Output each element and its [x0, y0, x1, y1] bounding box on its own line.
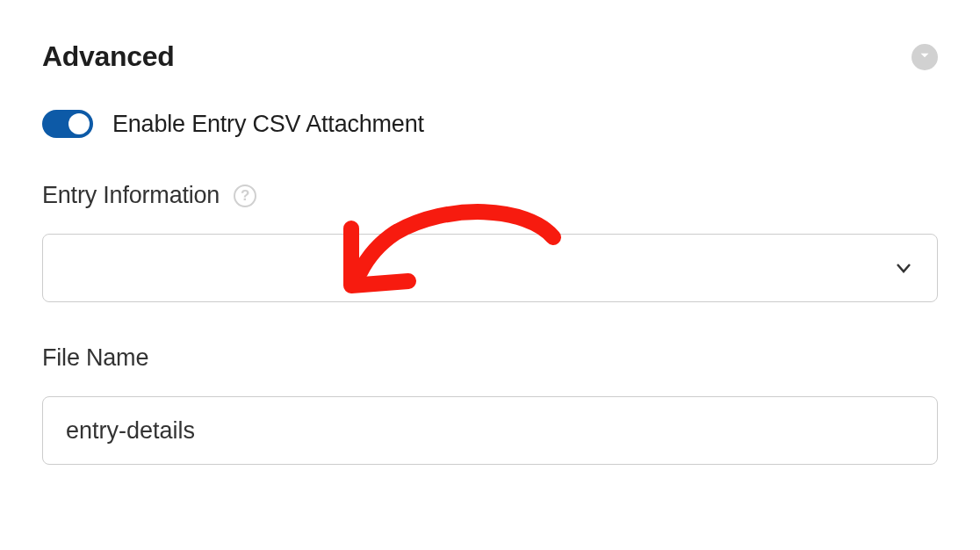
collapse-toggle-button[interactable] — [912, 44, 938, 70]
entry-information-select[interactable] — [42, 234, 938, 302]
file-name-input[interactable] — [42, 396, 938, 465]
file-name-field-group: File Name — [42, 344, 938, 465]
entry-information-field-group: Entry Information ? — [42, 182, 938, 302]
csv-attachment-label: Enable Entry CSV Attachment — [112, 111, 424, 138]
csv-attachment-toggle[interactable] — [42, 110, 93, 138]
toggle-knob — [68, 113, 90, 134]
chevron-down-icon — [917, 47, 933, 67]
section-title: Advanced — [42, 40, 175, 73]
entry-information-label: Entry Information — [42, 182, 220, 209]
section-header: Advanced — [42, 40, 938, 73]
field-label-row: Entry Information ? — [42, 182, 938, 209]
csv-attachment-toggle-row: Enable Entry CSV Attachment — [42, 110, 938, 138]
chevron-down-icon — [893, 257, 914, 279]
advanced-settings-panel: Advanced Enable Entry CSV Attachment Ent… — [42, 40, 938, 465]
file-name-label: File Name — [42, 344, 148, 372]
field-label-row: File Name — [42, 344, 938, 372]
help-icon[interactable]: ? — [234, 185, 256, 207]
